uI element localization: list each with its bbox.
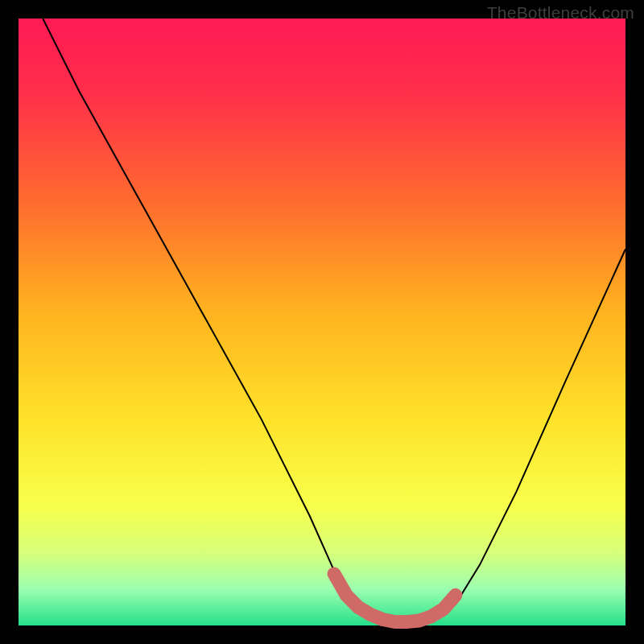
trough-marker-band	[334, 574, 456, 622]
watermark-text: TheBottleneck.com	[487, 3, 634, 23]
bottleneck-curve	[43, 19, 625, 622]
chart-plot-area	[19, 19, 625, 625]
chart-canvas	[19, 19, 625, 625]
chart-frame: TheBottleneck.com	[0, 0, 644, 644]
